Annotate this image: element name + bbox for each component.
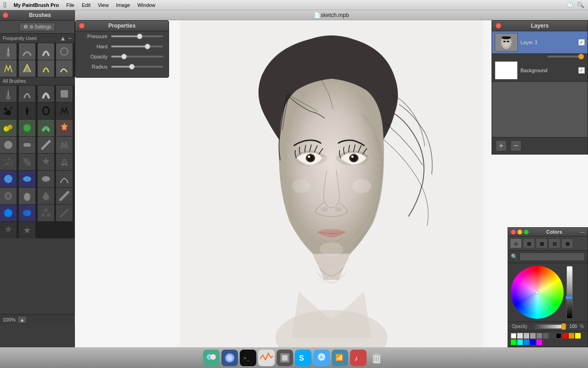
radius-thumb[interactable] <box>129 64 135 69</box>
brightness-thumb[interactable] <box>565 296 573 299</box>
dock-app-store[interactable]: A <box>313 350 330 366</box>
brush-item[interactable] <box>38 120 54 136</box>
opacity-thumb[interactable] <box>561 323 566 330</box>
radius-slider[interactable] <box>111 66 163 68</box>
brush-item[interactable] <box>38 188 54 204</box>
brush-item[interactable] <box>0 86 17 102</box>
freq-brush-5[interactable] <box>0 60 17 77</box>
add-layer-button[interactable]: + <box>496 140 507 151</box>
brush-item[interactable] <box>56 86 73 102</box>
brush-item[interactable] <box>19 120 35 136</box>
layer-opacity-slider[interactable] <box>547 56 584 58</box>
dock-trash[interactable] <box>368 350 385 366</box>
brush-item[interactable] <box>56 103 73 119</box>
color-tab-palette[interactable]: ▩ <box>536 238 548 248</box>
menu-window[interactable]: Window <box>137 2 155 8</box>
swatch-6[interactable] <box>549 333 555 339</box>
swatch-white[interactable] <box>511 333 516 339</box>
menu-edit[interactable]: Edit <box>82 2 90 8</box>
opacity-slider[interactable] <box>111 56 163 58</box>
brush-item[interactable] <box>38 171 54 187</box>
settings-button[interactable]: ⚙ ⚙ Settings <box>19 23 56 31</box>
freq-brush-2[interactable] <box>19 43 35 60</box>
colors-collapse-button[interactable]: — <box>580 229 585 235</box>
brush-item[interactable] <box>0 154 17 170</box>
brush-item[interactable] <box>0 222 17 238</box>
pressure-thumb[interactable] <box>137 34 142 39</box>
dock-cpu[interactable] <box>277 350 293 366</box>
brush-item[interactable] <box>19 103 35 119</box>
swatch-yellow[interactable] <box>575 333 581 339</box>
brush-item[interactable] <box>19 188 35 204</box>
opacity-thumb[interactable] <box>121 54 127 59</box>
brush-item[interactable] <box>0 171 17 187</box>
color-tab-crayon[interactable]: ▦ <box>561 238 573 248</box>
layer-opacity-thumb[interactable] <box>578 54 584 59</box>
swatch-4[interactable] <box>537 333 542 339</box>
brush-item[interactable] <box>19 154 35 170</box>
dock-activity[interactable] <box>258 350 275 366</box>
color-tab-image[interactable]: ▤ <box>548 238 560 248</box>
brush-item[interactable] <box>0 205 17 221</box>
zoom-stepper[interactable]: ▲ <box>17 316 27 323</box>
brushes-scroll-area[interactable] <box>0 86 74 347</box>
color-tab-grid[interactable]: ▦ <box>523 238 535 248</box>
menu-image[interactable]: Image <box>116 2 130 8</box>
menu-view[interactable]: View <box>98 2 109 8</box>
freq-brush-7[interactable] <box>38 60 54 77</box>
layer-3-visibility[interactable]: ✓ <box>578 39 585 46</box>
swatch-orange[interactable] <box>569 333 574 339</box>
app-name[interactable]: My PaintBrush Pro <box>14 2 59 8</box>
collapse-frequently-used[interactable]: ▲ <box>60 35 66 41</box>
brush-item[interactable] <box>0 120 17 136</box>
opacity-track[interactable] <box>534 324 566 329</box>
brush-item[interactable] <box>56 154 73 170</box>
apple-menu[interactable]:  <box>4 1 6 9</box>
color-wheel[interactable] <box>511 266 564 319</box>
swatch-black[interactable] <box>556 333 561 339</box>
color-brightness-slider[interactable] <box>566 266 573 319</box>
swatch-1[interactable] <box>517 333 523 339</box>
properties-close-button[interactable] <box>79 23 85 29</box>
brush-item[interactable] <box>56 205 73 221</box>
dock-photo[interactable] <box>221 350 238 366</box>
colors-minimize-button[interactable] <box>517 230 522 235</box>
brush-item[interactable] <box>38 154 54 170</box>
brush-item[interactable] <box>56 188 73 204</box>
freq-brush-8[interactable] <box>56 60 73 77</box>
freq-brush-3[interactable] <box>38 43 54 60</box>
layer-3-item[interactable]: Layer 3 ✓ <box>492 31 588 54</box>
swatch-red[interactable] <box>562 333 568 339</box>
brush-item[interactable] <box>56 120 73 136</box>
brush-item[interactable] <box>19 137 35 153</box>
brush-item[interactable] <box>19 205 35 221</box>
background-layer-visibility[interactable]: ✓ <box>578 67 585 74</box>
freq-brush-6[interactable] <box>19 60 35 77</box>
swatch-2[interactable] <box>524 333 529 339</box>
freq-brush-4[interactable] <box>56 43 73 60</box>
delete-layer-button[interactable]: − <box>510 140 521 151</box>
brush-item[interactable] <box>19 86 35 102</box>
brush-item[interactable] <box>19 222 35 238</box>
brush-item[interactable] <box>0 188 17 204</box>
colors-maximize-button[interactable] <box>524 230 529 235</box>
brushes-close-button[interactable] <box>3 12 8 18</box>
freq-brush-1[interactable] <box>0 43 17 60</box>
dock-finder[interactable]: f <box>203 350 220 366</box>
brush-item[interactable] <box>56 171 73 187</box>
brush-item[interactable] <box>38 86 54 102</box>
swatch-3[interactable] <box>530 333 536 339</box>
hard-thumb[interactable] <box>145 44 150 49</box>
swatch-darkblue[interactable] <box>530 339 536 345</box>
color-tab-wheel[interactable]: ◎ <box>510 238 522 248</box>
colors-close-button[interactable] <box>511 230 516 235</box>
brush-item[interactable] <box>38 103 54 119</box>
brush-item[interactable] <box>38 137 54 153</box>
colors-search-input[interactable] <box>520 253 585 261</box>
pressure-slider[interactable] <box>111 35 163 37</box>
hard-slider[interactable] <box>111 46 163 47</box>
menu-file[interactable]: File <box>66 2 74 8</box>
scroll-up-button[interactable]: − <box>68 35 72 41</box>
layers-close-button[interactable] <box>496 23 501 29</box>
background-layer-item[interactable]: Background ✓ <box>492 59 588 82</box>
